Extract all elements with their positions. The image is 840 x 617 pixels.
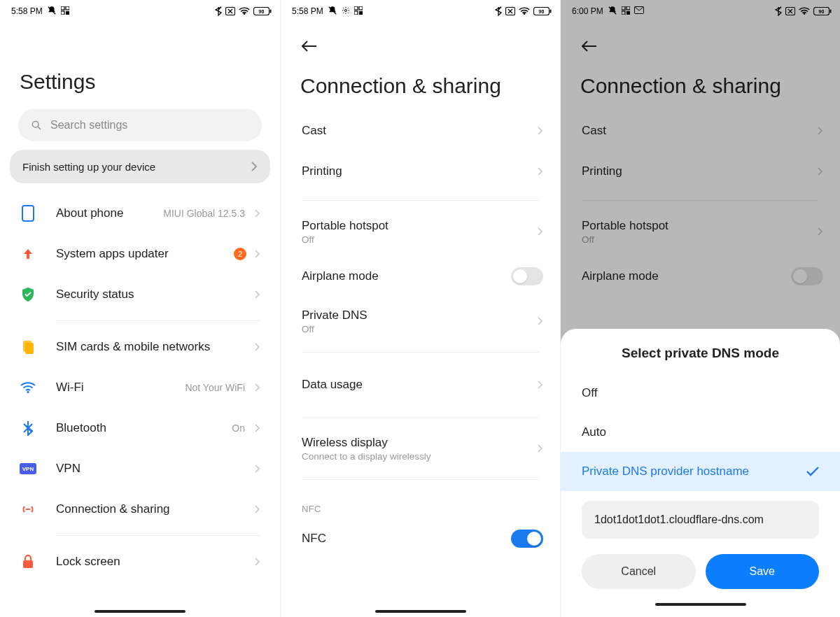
item-bluetooth[interactable]: Bluetooth On — [0, 408, 280, 448]
airplane-toggle[interactable] — [511, 267, 543, 285]
item-security-status[interactable]: Security status — [0, 274, 280, 315]
item-label: Printing — [302, 164, 538, 178]
item-sim[interactable]: SIM cards & mobile networks — [0, 327, 280, 367]
arrow-up-icon — [20, 248, 36, 260]
home-indicator[interactable] — [655, 603, 746, 606]
qr-icon — [354, 6, 363, 17]
svg-rect-22 — [354, 11, 358, 15]
item-connection-sharing[interactable]: Connection & sharing — [0, 489, 280, 530]
chevron-right-icon — [255, 343, 260, 351]
item-vpn[interactable]: VPN VPN — [0, 448, 280, 489]
wifi-icon — [20, 381, 36, 394]
item-airplane[interactable]: Airplane mode — [281, 254, 560, 299]
chevron-right-icon — [255, 505, 260, 513]
item-label: VPN — [56, 462, 255, 476]
item-label: NFC — [302, 532, 511, 546]
search-input[interactable]: Search settings — [18, 109, 262, 141]
item-system-updater[interactable]: System apps updater 2 — [0, 234, 280, 274]
svg-point-9 — [32, 121, 38, 127]
item-label: About phone — [56, 206, 163, 220]
item-label: SIM cards & mobile networks — [56, 340, 255, 354]
dns-option-hostname[interactable]: Private DNS provider hostname — [561, 452, 840, 491]
status-time: 5:58 PM — [292, 6, 323, 16]
svg-rect-20 — [354, 6, 358, 10]
nfc-toggle[interactable] — [511, 530, 543, 548]
phone-icon — [20, 205, 36, 222]
finish-setup-row[interactable]: Finish setting up your device — [10, 150, 270, 183]
item-lock-screen[interactable]: Lock screen — [0, 541, 280, 582]
update-badge: 2 — [234, 248, 246, 260]
home-indicator[interactable] — [375, 610, 466, 613]
item-label: Lock screen — [56, 555, 255, 569]
divider — [56, 535, 260, 536]
item-data-usage[interactable]: Data usage — [281, 361, 560, 409]
status-bar: 5:58 PM 90 — [281, 0, 560, 20]
svg-rect-13 — [25, 343, 34, 354]
sim-missing-icon — [505, 7, 515, 15]
divider — [302, 200, 539, 201]
page-title: Settings — [0, 20, 280, 106]
back-arrow-icon[interactable] — [302, 41, 317, 52]
chevron-right-icon — [538, 127, 543, 135]
battery-icon: 90 — [533, 7, 552, 15]
wifi-icon — [519, 7, 530, 15]
cancel-button[interactable]: Cancel — [582, 554, 696, 589]
item-label: Connection & sharing — [56, 502, 255, 516]
item-label: Portable hotspot — [302, 219, 538, 233]
chevron-right-icon — [255, 464, 260, 473]
item-label: Wireless display — [302, 436, 538, 450]
item-label: Security status — [56, 288, 255, 302]
home-indicator[interactable] — [94, 610, 186, 613]
dns-option-auto[interactable]: Auto — [561, 413, 840, 452]
svg-rect-26 — [550, 10, 552, 13]
check-icon — [806, 467, 819, 476]
item-nfc[interactable]: NFC — [281, 518, 560, 559]
status-time: 5:58 PM — [11, 6, 43, 16]
svg-point-14 — [27, 391, 29, 393]
screen-settings: 5:58 PM 90 Settings Search settings Fini… — [0, 0, 280, 617]
option-label: Auto — [582, 425, 606, 439]
divider — [56, 320, 260, 321]
svg-text:VPN: VPN — [22, 466, 34, 472]
item-private-dns[interactable]: Private DNS Off — [281, 299, 560, 343]
item-sub: Off — [302, 234, 538, 245]
chevron-right-icon — [255, 290, 260, 299]
item-printing[interactable]: Printing — [281, 151, 560, 192]
svg-rect-21 — [359, 6, 363, 10]
svg-line-10 — [38, 127, 41, 129]
page-title: Connection & sharing — [281, 55, 560, 111]
chevron-right-icon — [255, 250, 260, 258]
save-button[interactable]: Save — [706, 554, 820, 589]
qr-icon — [61, 6, 69, 17]
sheet-title: Select private DNS mode — [561, 346, 840, 374]
svg-rect-23 — [359, 11, 363, 15]
bluetooth-icon — [495, 6, 502, 16]
dnd-icon — [328, 6, 337, 17]
item-label: Data usage — [302, 378, 538, 392]
item-cast[interactable]: Cast — [281, 111, 560, 151]
status-bar: 5:58 PM 90 — [0, 0, 280, 20]
item-sub: Connect to a display wirelessly — [302, 451, 538, 462]
bluetooth-icon — [20, 420, 36, 436]
item-label: Airplane mode — [302, 269, 511, 283]
dns-hostname-input[interactable] — [582, 501, 819, 539]
svg-rect-1 — [61, 6, 64, 10]
finish-setup-label: Finish setting up your device — [22, 161, 155, 173]
option-label: Private DNS provider hostname — [582, 464, 749, 478]
dnd-icon — [47, 6, 57, 17]
item-wireless-display[interactable]: Wireless display Connect to a display wi… — [281, 426, 560, 471]
dns-option-off[interactable]: Off — [561, 374, 840, 413]
screen-connection-sharing: 5:58 PM 90 Connection & sharing Cast Pri… — [280, 0, 560, 617]
sim-icon — [20, 340, 36, 354]
svg-text:90: 90 — [259, 9, 265, 14]
chevron-right-icon — [255, 424, 260, 432]
item-about-phone[interactable]: About phone MIUI Global 12.5.3 — [0, 193, 280, 234]
search-icon — [31, 120, 42, 131]
lock-icon — [20, 555, 36, 569]
sim-missing-icon — [225, 7, 235, 15]
svg-rect-2 — [66, 6, 69, 10]
item-wifi[interactable]: Wi-Fi Not Your WiFi — [0, 367, 280, 408]
item-hotspot[interactable]: Portable hotspot Off — [281, 209, 560, 254]
chevron-right-icon — [538, 381, 543, 389]
item-value: On — [232, 423, 245, 434]
